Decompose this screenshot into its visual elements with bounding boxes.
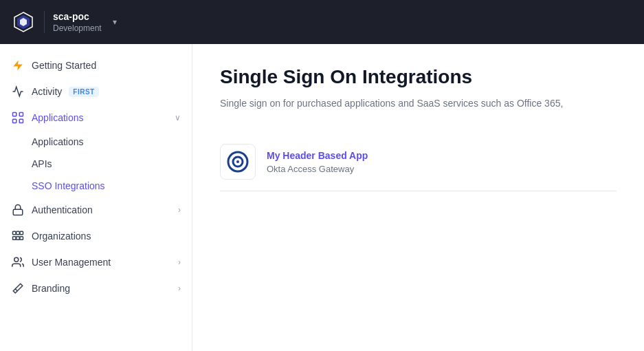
sidebar-sub-item-applications[interactable]: Applications xyxy=(32,131,192,153)
svg-point-15 xyxy=(14,257,19,262)
sub-item-label: Applications xyxy=(32,136,84,147)
content-area: Single Sign On Integrations Single sign … xyxy=(192,44,644,351)
user-management-chevron-icon: › xyxy=(178,257,181,267)
bolt-icon xyxy=(11,58,25,72)
svg-rect-8 xyxy=(13,209,23,215)
sub-item-label: SSO Integrations xyxy=(32,180,105,191)
svg-rect-14 xyxy=(20,237,23,240)
branding-chevron-icon: › xyxy=(178,284,181,293)
page-title: Single Sign On Integrations xyxy=(220,66,617,88)
sidebar-item-label: User Management xyxy=(32,257,111,268)
sidebar-item-getting-started[interactable]: Getting Started xyxy=(0,52,192,78)
app-info: My Header Based App Okta Access Gateway xyxy=(267,150,368,174)
page-description: Single sign on for purchased application… xyxy=(220,96,617,111)
app-icon xyxy=(220,144,256,180)
sidebar: Getting Started Activity FIRST xyxy=(0,44,192,351)
svg-rect-6 xyxy=(13,119,16,123)
applications-sub-items: Applications APIs SSO Integrations xyxy=(0,131,192,197)
svg-point-18 xyxy=(236,160,239,163)
sidebar-item-branding[interactable]: Branding › xyxy=(0,275,192,301)
org-env: Development xyxy=(53,23,102,33)
header: sca-poc Development ▾ xyxy=(0,0,644,44)
users-icon xyxy=(11,255,25,269)
sidebar-sub-item-apis[interactable]: APIs xyxy=(32,153,192,175)
app-subtitle: Okta Access Gateway xyxy=(267,164,368,174)
logo xyxy=(11,10,36,34)
svg-rect-11 xyxy=(20,231,23,235)
apps-icon xyxy=(11,111,25,125)
org-icon xyxy=(11,229,25,243)
svg-rect-12 xyxy=(13,237,16,240)
activity-badge: FIRST xyxy=(69,87,98,97)
sidebar-item-label: Activity xyxy=(32,86,62,97)
app-name: My Header Based App xyxy=(267,150,368,161)
sidebar-item-authentication[interactable]: Authentication › xyxy=(0,197,192,223)
svg-rect-5 xyxy=(19,113,23,116)
sidebar-item-label: Organizations xyxy=(32,231,91,242)
lock-icon xyxy=(11,203,25,217)
org-name: sca-poc xyxy=(53,11,102,22)
sidebar-item-organizations[interactable]: Organizations xyxy=(0,223,192,249)
applications-chevron-icon: ∨ xyxy=(175,113,181,123)
sidebar-sub-item-sso-integrations[interactable]: SSO Integrations xyxy=(32,175,192,197)
sidebar-item-label: Getting Started xyxy=(32,60,96,71)
app-card-my-header-based-app[interactable]: My Header Based App Okta Access Gateway xyxy=(220,133,617,191)
main-layout: Getting Started Activity FIRST xyxy=(0,44,644,351)
header-divider xyxy=(44,11,45,33)
svg-rect-4 xyxy=(13,113,16,116)
sidebar-item-applications[interactable]: Applications ∨ xyxy=(0,105,192,131)
org-selector[interactable]: sca-poc Development xyxy=(53,11,102,33)
activity-icon xyxy=(11,85,25,98)
sidebar-item-label: Applications xyxy=(32,112,84,123)
svg-rect-13 xyxy=(16,237,20,240)
brush-icon xyxy=(11,281,25,295)
svg-rect-10 xyxy=(16,231,20,235)
svg-rect-9 xyxy=(13,231,16,235)
authentication-chevron-icon: › xyxy=(178,205,181,215)
org-chevron-icon: ▾ xyxy=(113,17,117,27)
sidebar-item-activity[interactable]: Activity FIRST xyxy=(0,78,192,105)
svg-rect-7 xyxy=(19,119,23,123)
svg-marker-3 xyxy=(13,61,23,71)
sidebar-item-label: Branding xyxy=(32,283,70,294)
sidebar-item-user-management[interactable]: User Management › xyxy=(0,249,192,275)
sub-item-label: APIs xyxy=(32,158,52,169)
sidebar-item-label: Authentication xyxy=(32,204,93,215)
